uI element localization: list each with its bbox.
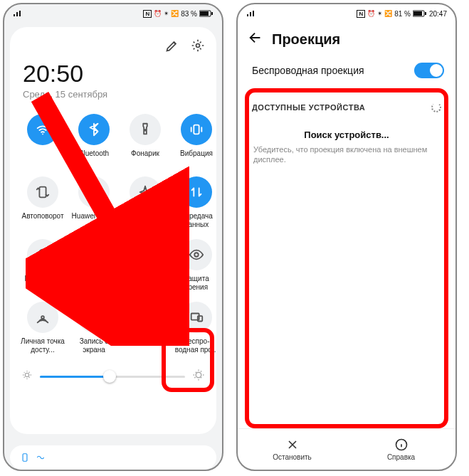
tile-label: Bluetooth	[70, 149, 118, 166]
slider-thumb[interactable]	[103, 370, 116, 383]
svg-rect-22	[425, 12, 426, 15]
huawei-share-icon	[78, 176, 110, 208]
back-icon[interactable]	[248, 30, 263, 48]
svg-point-13	[90, 315, 95, 319]
vibration-icon	[181, 114, 212, 145]
phone-quicksettings: N ⏰ ✴ 🔀 83 % 20:50 Среда, 15 сентября Bl…	[3, 3, 223, 471]
status-bar: N ⏰ ✴ 🔀 81 % 20:47	[238, 4, 455, 23]
svg-point-3	[196, 44, 200, 48]
stop-label: Остановить	[273, 453, 312, 461]
tile-hotspot[interactable]: Личная точка досту...	[17, 299, 68, 360]
data-icon	[181, 176, 212, 208]
tile-ftp[interactable]: FTP-сервер	[120, 299, 171, 360]
section-header-text: ДОСТУПНЫЕ УСТРОЙСТВА	[252, 103, 365, 112]
info-icon	[394, 438, 409, 452]
tile-nfc[interactable]: NFC	[120, 236, 171, 297]
svg-rect-4	[194, 125, 199, 134]
available-devices-section: ДОСТУПНЫЕ УСТРОЙСТВА Поиск устройств... …	[245, 88, 448, 428]
svg-rect-18	[23, 454, 27, 462]
loading-spinner-icon	[431, 102, 441, 112]
svg-point-7	[41, 252, 44, 255]
app-bar: Проекция	[238, 23, 455, 53]
tile-geo[interactable]: Геоданные	[17, 236, 68, 297]
tile-eye[interactable]: Защита зрения	[171, 236, 216, 297]
svg-rect-8	[90, 250, 99, 260]
tile-label	[19, 149, 67, 166]
nfc-icon	[130, 239, 161, 270]
tile-wifi[interactable]	[17, 111, 68, 172]
instructions-text: Убедитесь, что проекция включена на внеш…	[245, 140, 448, 169]
search-pill[interactable]	[10, 445, 216, 470]
signal-icon	[13, 10, 23, 17]
bluetooth-icon	[78, 114, 110, 145]
tile-autorotate[interactable]: Автоповорот	[17, 174, 68, 235]
tile-airplane[interactable]: Режим полета	[120, 174, 171, 235]
time-text: 20:47	[429, 10, 447, 18]
hotspot-icon	[27, 302, 58, 333]
tile-screenrec[interactable]: Запись с экрана	[68, 299, 120, 360]
tile-data[interactable]: Передача данных	[171, 174, 216, 235]
tile-label: Личная точка досту...	[19, 337, 67, 354]
time-text: 20:50	[23, 60, 204, 88]
screenshot-icon	[78, 239, 110, 270]
tile-screenshot[interactable]: Скриншот ▾	[68, 236, 120, 297]
autorotate-icon	[27, 176, 58, 208]
bottom-actions: Остановить Справка	[238, 428, 455, 470]
gear-icon[interactable]	[191, 38, 205, 55]
tile-label: Запись с экрана	[70, 337, 118, 354]
help-label: Справка	[387, 453, 415, 461]
tile-label: Геоданные	[19, 275, 67, 292]
sound-icon	[36, 453, 46, 462]
svg-point-6	[92, 190, 96, 194]
tile-label: Режим полета	[121, 212, 169, 229]
brightness-slider[interactable]	[21, 369, 205, 384]
tile-huawei-share[interactable]: Huawei Share	[68, 174, 120, 235]
nfc-icon: N	[357, 10, 365, 18]
status-icons: ⏰ ✴ 🔀	[367, 10, 392, 17]
tile-label: Скриншот ▾	[70, 275, 118, 292]
svg-point-17	[196, 372, 201, 378]
svg-point-16	[25, 373, 28, 376]
wireless-projection-toggle[interactable]	[414, 63, 444, 78]
tile-label: Беспро-водная про...	[172, 337, 216, 354]
airplane-icon	[130, 176, 161, 208]
status-bar: N ⏰ ✴ 🔀 83 %	[4, 4, 222, 23]
tile-label: Вибрация	[172, 149, 216, 166]
stop-button[interactable]: Остановить	[238, 429, 347, 470]
tile-flashlight[interactable]: Фонарик	[120, 111, 171, 172]
svg-rect-1	[200, 11, 209, 16]
tile-label: Защита зрения	[172, 275, 216, 292]
battery-text: 81 %	[394, 10, 411, 18]
brightness-low-icon	[21, 369, 33, 384]
tile-label: Фонарик	[121, 149, 169, 166]
brightness-high-icon	[192, 369, 205, 384]
eye-icon	[181, 239, 212, 270]
date-text: Среда, 15 сентября	[23, 89, 204, 100]
status-icons: ⏰ ✴ 🔀	[154, 10, 179, 17]
quick-tiles-grid: BluetoothФонарикВибрацияАвтоповоротHuawe…	[17, 105, 209, 360]
edit-icon[interactable]	[165, 38, 179, 55]
searching-text: Поиск устройств...	[245, 129, 448, 140]
phone-projection-settings: N ⏰ ✴ 🔀 81 % 20:47 Проекция Беспроводная…	[236, 3, 457, 471]
svg-rect-5	[39, 187, 46, 198]
ftp-icon	[130, 302, 161, 333]
help-button[interactable]: Справка	[347, 429, 455, 470]
svg-point-10	[194, 253, 199, 257]
flashlight-icon	[130, 114, 161, 145]
nfc-icon: N	[143, 10, 152, 18]
battery-text: 83 %	[181, 10, 197, 18]
signal-icon	[246, 10, 256, 17]
wireless-projection-row[interactable]: Беспроводная проекция	[238, 53, 455, 88]
tile-label: Huawei Share	[70, 212, 118, 229]
tile-bluetooth[interactable]: Bluetooth	[68, 111, 120, 172]
svg-rect-21	[413, 11, 422, 16]
slider-track[interactable]	[40, 376, 185, 378]
wireless-projection-label: Беспроводная проекция	[252, 65, 364, 76]
wireless-proj-icon	[181, 302, 212, 333]
tile-vibration[interactable]: Вибрация	[171, 111, 216, 172]
clock-block: 20:50 Среда, 15 сентября	[17, 55, 209, 105]
tile-wireless-proj[interactable]: Беспро-водная про...	[171, 299, 216, 360]
quick-settings-panel: 20:50 Среда, 15 сентября BluetoothФонари…	[10, 27, 216, 434]
page-title: Проекция	[272, 31, 340, 48]
svg-rect-2	[211, 12, 213, 15]
